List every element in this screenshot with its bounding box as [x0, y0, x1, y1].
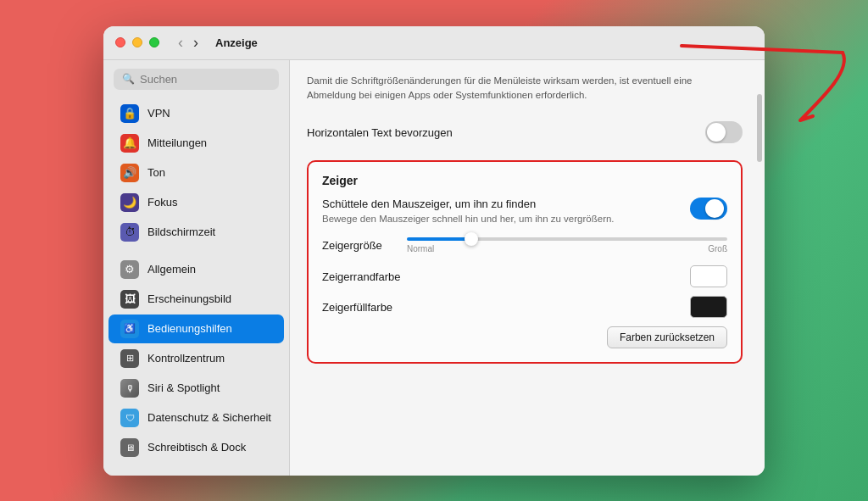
shake-desc: Bewege den Mauszeiger schnell hin und he…	[322, 212, 678, 225]
sidebar-label-fokus: Fokus	[147, 196, 177, 209]
siri-icon: 🎙	[120, 379, 139, 398]
slider-label-gross: Groß	[708, 244, 727, 253]
sidebar-item-bildschirmzeit[interactable]: ⏱ Bildschirmzeit	[108, 218, 284, 247]
fill-color-label: Zeigerfüllfarbe	[322, 301, 392, 314]
maximize-button[interactable]	[149, 37, 159, 47]
sidebar-item-schreibtisch[interactable]: 🖥 Schreibtisch & Dock	[108, 433, 284, 462]
toggle-thumb	[707, 123, 726, 142]
shake-title: Schüttele den Mauszeiger, um ihn zu find…	[322, 198, 678, 210]
vpn-icon: 🔒	[120, 104, 139, 123]
panel-content: Damit die Schriftgrößenänderungen für di…	[290, 60, 765, 381]
minimize-button[interactable]	[132, 37, 142, 47]
titlebar: ‹ › Anzeige	[103, 26, 765, 60]
window-title: Anzeige	[215, 36, 258, 49]
zeiger-title: Zeiger	[322, 174, 727, 187]
back-button[interactable]: ‹	[175, 35, 186, 50]
sidebar-label-datenschutz: Datenschutz & Sicherheit	[147, 411, 271, 424]
allgemein-icon: ⚙	[120, 260, 139, 279]
size-slider-wrapper: Normal Groß	[407, 237, 727, 253]
fill-color-row: Zeigerfüllfarbe	[322, 296, 727, 318]
sidebar-item-bedienungshilfen[interactable]: ♿ Bedienungshilfen	[108, 315, 284, 343]
bildschirmzeit-icon: ⏱	[120, 223, 139, 242]
close-button[interactable]	[115, 37, 125, 47]
sidebar-label-vpn: VPN	[147, 107, 170, 120]
slider-labels: Normal Groß	[407, 244, 727, 253]
sidebar-item-vpn[interactable]: 🔒 VPN	[108, 99, 284, 128]
sidebar-item-datenschutz[interactable]: 🛡 Datenschutz & Sicherheit	[108, 404, 284, 432]
size-slider-thumb[interactable]	[465, 232, 478, 246]
fokus-icon: 🌙	[120, 193, 139, 212]
sidebar-label-kontrollzentrum: Kontrollzentrum	[147, 352, 225, 365]
search-icon: 🔍	[122, 73, 135, 85]
sidebar-label-bildschirmzeit: Bildschirmzeit	[147, 225, 215, 238]
shake-row: Schüttele den Mauszeiger, um ihn zu find…	[322, 198, 727, 225]
sidebar-item-kontrollzentrum[interactable]: ⊞ Kontrollzentrum	[108, 344, 284, 373]
sidebar-label-ton: Ton	[147, 166, 165, 179]
ton-icon: 🔊	[120, 164, 139, 182]
main-window: ‹ › Anzeige 🔍 🔒 VPN 🔔 Mitteilungen	[103, 26, 765, 476]
datenschutz-icon: 🛡	[120, 409, 139, 427]
size-row: Zeigergröße Normal Groß	[322, 237, 727, 253]
content-area: 🔍 🔒 VPN 🔔 Mitteilungen 🔊 Ton	[103, 60, 765, 476]
border-color-row: Zeigerrandfarbe	[322, 265, 727, 287]
mitteilungen-icon: 🔔	[120, 134, 139, 153]
size-label: Zeigergröße	[322, 239, 407, 252]
size-slider-track[interactable]	[407, 237, 727, 241]
reset-colors-button[interactable]: Farben zurücksetzen	[607, 326, 727, 348]
zeiger-section: Zeiger Schüttele den Mauszeiger, um ihn …	[307, 160, 743, 364]
sidebar-label-bedienungshilfen: Bedienungshilfen	[147, 322, 232, 335]
border-color-swatch[interactable]	[690, 265, 727, 287]
horizontal-text-label: Horizontalen Text bevorzugen	[307, 126, 453, 139]
sidebar-item-mitteilungen[interactable]: 🔔 Mitteilungen	[108, 129, 284, 158]
horizontal-text-row: Horizontalen Text bevorzugen	[307, 116, 743, 148]
horizontal-text-toggle[interactable]	[705, 121, 743, 143]
sidebar-label-erscheinungsbild: Erscheinungsbild	[147, 292, 231, 305]
info-text: Damit die Schriftgrößenänderungen für di…	[307, 74, 743, 103]
nav-controls: ‹ ›	[175, 35, 202, 50]
sidebar-label-siri: Siri & Spotlight	[147, 381, 220, 394]
sidebar-item-erscheinungsbild[interactable]: 🖼 Erscheinungsbild	[108, 285, 284, 314]
sidebar: 🔍 🔒 VPN 🔔 Mitteilungen 🔊 Ton	[103, 60, 290, 476]
erscheinungsbild-icon: 🖼	[120, 290, 139, 309]
sidebar-item-fokus[interactable]: 🌙 Fokus	[108, 188, 284, 217]
sidebar-item-allgemein[interactable]: ⚙ Allgemein	[108, 255, 284, 284]
shake-toggle-thumb	[705, 199, 724, 218]
kontrollzentrum-icon: ⊞	[120, 349, 139, 368]
sidebar-label-allgemein: Allgemein	[147, 263, 196, 276]
sidebar-label-schreibtisch: Schreibtisch & Dock	[147, 441, 246, 454]
scrollbar-track[interactable]	[757, 69, 762, 467]
bedienungshilfen-icon: ♿	[120, 320, 139, 338]
slider-label-normal: Normal	[407, 244, 434, 253]
sidebar-item-ton[interactable]: 🔊 Ton	[108, 159, 284, 187]
sidebar-label-mitteilungen: Mitteilungen	[147, 136, 207, 149]
border-color-label: Zeigerrandfarbe	[322, 270, 401, 283]
scrollbar-thumb[interactable]	[757, 94, 762, 162]
search-input[interactable]	[140, 73, 270, 86]
shake-text: Schüttele den Mauszeiger, um ihn zu find…	[322, 198, 678, 225]
sidebar-list: 🔒 VPN 🔔 Mitteilungen 🔊 Ton 🌙 Fokus	[103, 98, 289, 476]
forward-button[interactable]: ›	[190, 35, 202, 50]
shake-toggle[interactable]	[690, 198, 727, 220]
search-bar[interactable]: 🔍	[114, 69, 279, 90]
sidebar-item-siri[interactable]: 🎙 Siri & Spotlight	[108, 374, 284, 403]
fill-color-swatch[interactable]	[690, 296, 727, 318]
main-panel: Damit die Schriftgrößenänderungen für di…	[290, 60, 765, 476]
schreibtisch-icon: 🖥	[120, 438, 139, 457]
